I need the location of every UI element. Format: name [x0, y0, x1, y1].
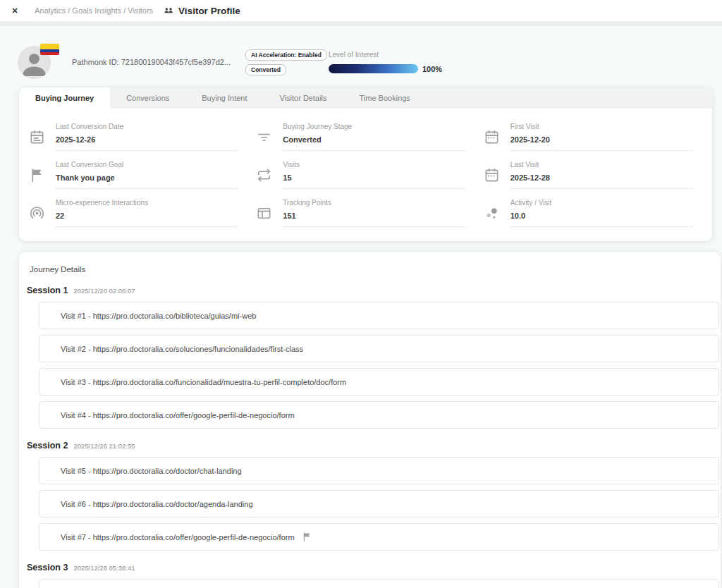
visit-url: Visit #2 - https://pro.doctoralia.co/sol…	[61, 345, 303, 353]
field-value: 151	[283, 212, 465, 226]
field-value: 15	[283, 173, 465, 188]
dots-icon	[484, 205, 500, 221]
session-timestamp: 2025/12/20 02:06:07	[73, 287, 135, 295]
colombia-flag-icon	[40, 44, 59, 55]
page-title: Visitor Profile	[178, 6, 240, 16]
tab-time-bookings[interactable]: Time Bookings	[343, 87, 427, 109]
field-label: Activity / Visit	[510, 199, 692, 207]
avatar	[18, 46, 51, 79]
topbar: × Analytics / Goals Insights / Visitors …	[0, 0, 722, 21]
field-value: 2025-12-28	[510, 173, 692, 188]
tabbar: Buying Journey Conversions Buying Intent…	[19, 87, 712, 109]
field-last-conversion-date: Last Conversion Date 2025-12-26	[29, 113, 238, 151]
radar-icon	[29, 205, 45, 221]
visit-row[interactable]: Visit #1 - https://pro.doctoralia.co/bib…	[39, 302, 719, 329]
field-last-visit: Last Visit 2025-12-28	[484, 151, 692, 189]
session-header: Session 3 2025/12/28 05:38:41	[27, 563, 721, 572]
calendar-icon	[484, 167, 500, 183]
field-value: 2025-12-20	[510, 135, 692, 150]
visit-url: Visit #4 - https://pro.doctoralia.co/off…	[61, 411, 295, 419]
journey-details-card: Journey Details Session 1 2025/12/20 02:…	[19, 252, 721, 588]
field-value: Thank you page	[56, 173, 238, 188]
summary-card: Buying Journey Conversions Buying Intent…	[19, 87, 712, 241]
field-value: Converted	[283, 135, 465, 150]
visit-row[interactable]: Visit #2 - https://pro.doctoralia.co/sol…	[39, 335, 719, 362]
journey-details-title: Journey Details	[30, 265, 721, 274]
visit-url: Visit #7 - https://pro.doctoralia.co/off…	[61, 533, 295, 541]
visit-row[interactable]: Visit #8 - https://pro.doctoralia.co/pro…	[39, 579, 719, 588]
visit-row[interactable]: Visit #3 - https://pro.doctoralia.co/fun…	[39, 368, 719, 396]
visit-url: Visit #1 - https://pro.doctoralia.co/bib…	[61, 312, 256, 320]
fields-grid: Last Conversion Date 2025-12-26 Buying J…	[19, 109, 712, 241]
field-value: 10.0	[510, 212, 692, 226]
visit-url: Visit #6 - https://pro.doctoralia.co/doc…	[61, 500, 253, 508]
session-name: Session 1	[27, 286, 68, 295]
field-last-conversion-goal: Last Conversion Goal Thank you page	[29, 151, 238, 189]
tab-conversions[interactable]: Conversions	[110, 87, 185, 109]
repeat-icon	[256, 167, 272, 183]
field-buying-journey-stage: Buying Journey Stage Converted	[256, 113, 465, 151]
ai-acceleration-badge: AI Acceleration: Enabled	[245, 49, 327, 61]
field-value: 2025-12-26	[56, 135, 238, 150]
field-label: Tracking Points	[283, 199, 465, 207]
visit-url: Visit #5 - https://pro.doctoralia.co/doc…	[61, 467, 242, 475]
status-badges: AI Acceleration: Enabled Converted	[245, 49, 310, 75]
field-label: Micro-experience Interactions	[56, 199, 238, 207]
session-header: Session 1 2025/12/20 02:06:07	[27, 286, 721, 295]
field-visits: Visits 15	[256, 151, 465, 189]
field-tracking-points: Tracking Points 151	[256, 189, 465, 227]
visit-row[interactable]: Visit #7 - https://pro.doctoralia.co/off…	[39, 523, 719, 551]
field-activity-per-visit: Activity / Visit 10.0	[484, 189, 692, 227]
interest-progress-bar	[329, 64, 418, 73]
field-micro-experience-interactions: Micro-experience Interactions 22	[29, 189, 238, 227]
visit-row[interactable]: Visit #5 - https://pro.doctoralia.co/doc…	[39, 457, 719, 484]
window-icon	[256, 205, 272, 221]
calendar-icon	[484, 129, 500, 145]
visitors-group-icon	[163, 5, 174, 16]
field-label: Last Conversion Goal	[56, 161, 238, 169]
interest-label: Level of Interest	[329, 51, 442, 59]
field-label: Last Visit	[510, 161, 692, 169]
field-first-visit: First Visit 2025-12-20	[484, 113, 692, 151]
topbar-divider	[0, 21, 722, 26]
field-label: Last Conversion Date	[56, 123, 238, 130]
session-header: Session 2 2025/12/26 21:02:55	[27, 441, 721, 451]
session-timestamp: 2025/12/28 05:38:41	[73, 564, 135, 572]
interest-percent: 100%	[422, 65, 442, 73]
calendar-icon	[29, 129, 45, 145]
filter-icon	[256, 129, 272, 145]
flag-icon	[29, 167, 45, 183]
tab-visitor-details[interactable]: Visitor Details	[263, 87, 343, 109]
field-value: 22	[56, 212, 238, 226]
session-name: Session 3	[27, 563, 68, 572]
tab-buying-intent[interactable]: Buying Intent	[185, 87, 263, 109]
session-timestamp: 2025/12/26 21:02:55	[73, 442, 135, 450]
pathmonk-id: Pathmonk ID: 721800190043f457cf5e397d2..…	[72, 58, 233, 66]
tab-buying-journey[interactable]: Buying Journey	[19, 87, 110, 109]
visit-url: Visit #3 - https://pro.doctoralia.co/fun…	[61, 378, 346, 386]
goal-flag-icon	[302, 532, 312, 542]
visitor-profile-screen: × Analytics / Goals Insights / Visitors …	[0, 0, 722, 588]
visit-row[interactable]: Visit #4 - https://pro.doctoralia.co/off…	[39, 401, 719, 429]
profile-header: Pathmonk ID: 721800190043f457cf5e397d2..…	[18, 41, 722, 83]
field-label: Visits	[283, 161, 465, 169]
level-of-interest: Level of Interest 100%	[329, 51, 442, 73]
field-label: First Visit	[510, 123, 692, 130]
field-label: Buying Journey Stage	[283, 123, 465, 130]
close-icon[interactable]: ×	[12, 6, 18, 16]
converted-badge: Converted	[245, 64, 286, 75]
breadcrumb[interactable]: Analytics / Goals Insights / Visitors	[35, 6, 153, 15]
session-name: Session 2	[27, 441, 68, 451]
visit-row[interactable]: Visit #6 - https://pro.doctoralia.co/doc…	[39, 490, 719, 517]
